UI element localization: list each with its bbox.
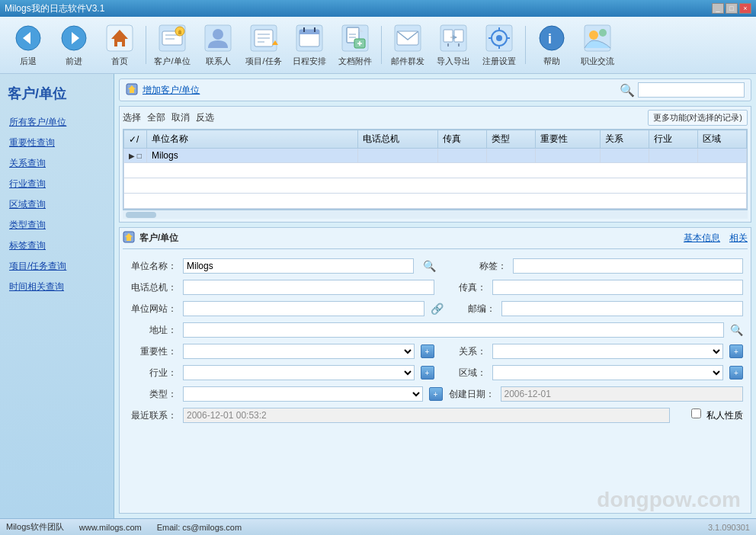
label-fax: 传真： — [440, 281, 486, 294]
forward-icon — [59, 24, 89, 53]
detail-section: 客户/单位 基本信息 相关 单位名称： 🔍 称签： — [119, 227, 751, 514]
add-region-btn[interactable]: + — [729, 366, 743, 380]
add-industry-btn[interactable]: + — [421, 366, 434, 380]
nickname-input[interactable] — [513, 258, 744, 274]
label-relation: 关系： — [440, 345, 486, 358]
all-btn[interactable]: 全部 — [147, 111, 165, 124]
add-relation-btn[interactable]: + — [729, 344, 743, 358]
add-customer-icon — [126, 83, 138, 98]
row-type — [487, 149, 536, 163]
email-input[interactable] — [501, 301, 743, 316]
sidebar-item-all[interactable]: 所有客户/单位 — [0, 112, 114, 133]
search-company-icon[interactable]: 🔍 — [423, 260, 436, 272]
col-importance: 重要性 — [536, 130, 601, 149]
help-button[interactable]: i 帮助 — [530, 21, 574, 70]
detail-header-left: 客户/单位 — [123, 231, 178, 245]
address-input[interactable] — [183, 322, 724, 338]
private-checkbox[interactable] — [691, 408, 701, 418]
select-btn[interactable]: 选择 — [123, 111, 141, 124]
sidebar-item-industry[interactable]: 行业查询 — [0, 174, 114, 194]
open-website-icon[interactable]: 🔗 — [431, 303, 444, 315]
relation-select[interactable] — [492, 344, 724, 359]
app-title: Milogs我的日志软件V3.1 — [5, 2, 104, 15]
content-area: 增加客户/单位 🔍 选择 全部 取消 反选 更多功能(对选择的记录) — [114, 74, 756, 518]
status-email: Email: cs@milogs.com — [157, 523, 242, 532]
industry-select[interactable] — [183, 365, 415, 380]
svg-text:i: i — [548, 31, 552, 46]
fax-input[interactable] — [492, 280, 744, 295]
type-select[interactable] — [183, 386, 423, 402]
more-func-btn[interactable]: 更多功能(对选择的记录) — [648, 110, 748, 126]
table-row[interactable]: ▶ □ Milogs — [124, 149, 747, 163]
minimize-button[interactable]: _ — [712, 3, 724, 14]
search-icon: 🔍 — [620, 83, 635, 98]
col-region: 区域 — [697, 130, 746, 149]
email-button[interactable]: 邮件群发 — [386, 21, 430, 70]
svg-point-43 — [496, 35, 502, 41]
tab-basic[interactable]: 基本信息 — [684, 232, 720, 245]
region-select[interactable] — [492, 365, 724, 380]
website-input[interactable] — [183, 301, 424, 316]
forward-button[interactable]: 前进 — [52, 21, 96, 70]
row-importance — [536, 149, 601, 163]
schedule-icon — [294, 24, 325, 53]
sidebar-item-tag[interactable]: 标签查询 — [0, 235, 114, 256]
register-button[interactable]: 注册设置 — [477, 21, 521, 70]
form-row-name: 单位名称： 🔍 称签： — [123, 255, 748, 277]
detail-header: 客户/单位 基本信息 相关 — [123, 231, 748, 249]
sidebar-item-importance[interactable]: 重要性查询 — [0, 133, 114, 153]
project-button[interactable]: 项目/任务 — [242, 21, 286, 70]
import-icon — [438, 24, 469, 53]
back-button[interactable]: 后退 — [6, 21, 50, 70]
svg-point-52 — [599, 29, 607, 37]
form-row-address: 地址： 🔍 — [123, 319, 748, 341]
create-date-input — [501, 386, 744, 402]
document-button[interactable]: 文档附件 — [333, 21, 377, 70]
invert-btn[interactable]: 反选 — [196, 111, 214, 124]
help-icon: i — [537, 24, 567, 53]
table-row-empty-3 — [124, 194, 747, 209]
home-button[interactable]: 首页 — [98, 21, 142, 70]
customer-icon — [157, 24, 187, 53]
status-version: 3.1.090301 — [708, 523, 750, 532]
sidebar-item-time[interactable]: 时间相关查询 — [0, 277, 114, 297]
row-fax — [438, 149, 487, 163]
sidebar-item-relation[interactable]: 关系查询 — [0, 153, 114, 174]
career-button[interactable]: 职业交流 — [575, 21, 620, 70]
import-button[interactable]: 导入导出 — [431, 21, 476, 70]
label-industry: 行业： — [127, 367, 177, 380]
add-importance-btn[interactable]: + — [421, 344, 434, 358]
contact-button[interactable]: 联系人 — [196, 21, 240, 70]
h-scrollbar[interactable] — [123, 210, 748, 219]
company-name-input[interactable] — [183, 258, 414, 274]
status-team: Milogs软件团队 — [6, 521, 64, 533]
col-industry: 行业 — [649, 130, 697, 149]
career-icon — [582, 24, 613, 53]
contact-icon — [203, 24, 233, 53]
phone-input[interactable] — [183, 280, 434, 295]
label-last-contact: 最近联系： — [127, 409, 177, 422]
table-row-empty-2 — [124, 178, 747, 194]
action-bar: 增加客户/单位 🔍 — [119, 78, 751, 101]
customer-button[interactable]: 客户/单位 — [150, 21, 194, 70]
svg-rect-21 — [300, 30, 319, 34]
toolbar-sep-1 — [146, 26, 146, 64]
importance-select[interactable] — [183, 344, 415, 359]
maximize-button[interactable]: □ — [726, 3, 738, 14]
search-input[interactable] — [638, 82, 745, 98]
tab-related[interactable]: 相关 — [729, 232, 748, 245]
add-type-btn[interactable]: + — [429, 387, 443, 401]
col-type: 类型 — [487, 130, 536, 149]
data-table: ✓/ 单位名称 电话总机 传真 类型 重要性 关系 行业 区域 — [123, 130, 747, 209]
close-button[interactable]: × — [739, 3, 751, 14]
sidebar-item-type[interactable]: 类型查询 — [0, 215, 114, 235]
status-bar: Milogs软件团队 www.milogs.com Email: cs@milo… — [0, 518, 756, 535]
sidebar-item-project[interactable]: 项目/任务查询 — [0, 256, 114, 277]
search-address-icon[interactable]: 🔍 — [730, 324, 743, 336]
cancel-btn[interactable]: 取消 — [171, 111, 190, 124]
label-company-name: 单位名称： — [127, 260, 177, 273]
schedule-button[interactable]: 日程安排 — [287, 21, 332, 70]
add-customer-link[interactable]: 增加客户/单位 — [143, 84, 200, 97]
label-email: 邮编： — [450, 303, 495, 316]
sidebar-item-region[interactable]: 区域查询 — [0, 194, 114, 215]
